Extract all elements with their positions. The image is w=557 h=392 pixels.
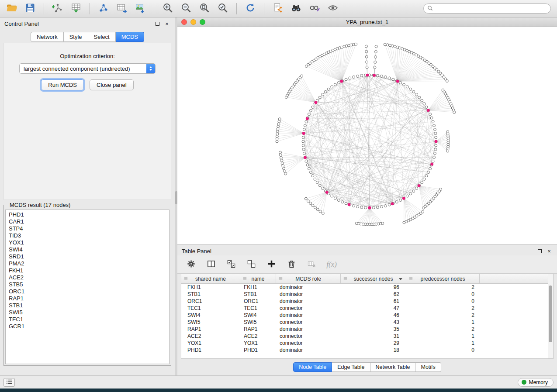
network-node[interactable] — [302, 144, 304, 147]
network-hub-node[interactable] — [430, 163, 433, 166]
network-leaf-node[interactable] — [280, 159, 283, 162]
task-history-button[interactable] — [3, 378, 15, 387]
table-row[interactable]: ORC1ORC1dominator610 — [181, 298, 553, 305]
mcds-result-list[interactable]: PHD1CAR1STP4TID3YOX1SWI4SRD1PMA2FKH1ACE2… — [5, 210, 170, 364]
network-leaf-node[interactable] — [398, 47, 401, 49]
table-row[interactable]: SWI5SWI5connector431 — [181, 319, 553, 326]
column-header-predecessor-nodes[interactable]: predecessor nodes — [406, 274, 480, 283]
mcds-result-item[interactable]: SWI5 — [9, 309, 169, 316]
network-node[interactable] — [324, 90, 327, 93]
mcds-result-item[interactable]: ACE2 — [9, 274, 169, 281]
network-leaf-node[interactable] — [314, 206, 317, 209]
network-node[interactable] — [364, 206, 367, 209]
table-row[interactable]: PHD1PHD1dominator180 — [181, 347, 553, 354]
network-node[interactable] — [304, 124, 306, 127]
network-node[interactable] — [337, 199, 340, 202]
network-node[interactable] — [434, 152, 436, 155]
network-node[interactable] — [309, 171, 312, 174]
column-header-MCDS-role[interactable]: MCDS role — [276, 274, 341, 283]
table-row[interactable]: TEC1TEC1connector472 — [181, 305, 553, 312]
network-leaf-node[interactable] — [365, 55, 368, 58]
network-hub-node[interactable] — [306, 117, 309, 120]
table-row[interactable]: ACE2ACE2connector311 — [181, 333, 553, 340]
network-node[interactable] — [376, 206, 379, 209]
mcds-result-item[interactable]: YOX1 — [9, 239, 169, 246]
network-node[interactable] — [425, 175, 428, 177]
network-node[interactable] — [309, 109, 312, 112]
network-node[interactable] — [409, 193, 412, 195]
network-leaf-node[interactable] — [280, 157, 282, 159]
close-panel-action-button[interactable]: Close panel — [90, 79, 134, 90]
network-node[interactable] — [403, 83, 405, 86]
add-column-button[interactable] — [266, 259, 277, 270]
network-hub-node[interactable] — [373, 74, 376, 77]
network-node[interactable] — [360, 206, 363, 209]
network-node[interactable] — [356, 75, 359, 78]
network-node[interactable] — [372, 206, 375, 209]
network-node[interactable] — [331, 86, 333, 88]
function-builder-button[interactable]: f(x) — [326, 259, 337, 270]
network-node[interactable] — [349, 77, 351, 79]
network-node[interactable] — [406, 195, 408, 197]
network-leaf-node[interactable] — [307, 200, 309, 203]
network-node[interactable] — [409, 88, 412, 90]
search-box[interactable] — [423, 3, 551, 14]
network-node[interactable] — [423, 178, 426, 180]
network-leaf-node[interactable] — [322, 212, 324, 214]
network-node[interactable] — [302, 148, 305, 151]
network-node[interactable] — [380, 206, 383, 208]
delete-column-button[interactable] — [286, 259, 297, 270]
tab-style[interactable]: Style — [64, 32, 88, 42]
network-node[interactable] — [318, 184, 321, 187]
network-leaf-node[interactable] — [276, 138, 278, 140]
network-node[interactable] — [433, 124, 436, 127]
network-node[interactable] — [384, 76, 387, 78]
network-leaf-node[interactable] — [276, 140, 278, 143]
network-hub-node[interactable] — [396, 80, 399, 83]
network-leaf-node[interactable] — [374, 56, 377, 58]
table-row[interactable]: FKH1FKH1dominator962 — [181, 284, 553, 291]
network-leaf-node[interactable] — [284, 172, 287, 175]
network-node[interactable] — [412, 190, 415, 193]
mcds-result-item[interactable]: ORC1 — [9, 288, 169, 295]
network-hub-node[interactable] — [427, 109, 430, 112]
network-leaf-node[interactable] — [276, 133, 279, 135]
window-minimize-icon[interactable] — [190, 19, 196, 25]
network-node[interactable] — [353, 76, 355, 78]
criterion-dropdown[interactable]: largest connected component (undirected) — [19, 63, 156, 74]
network-node[interactable] — [399, 199, 402, 202]
export-document-button[interactable] — [270, 2, 286, 16]
network-node[interactable] — [418, 96, 421, 99]
save-session-button[interactable] — [22, 2, 38, 16]
table-scrollbar[interactable] — [548, 274, 553, 358]
new-network-button[interactable] — [95, 2, 112, 16]
network-node[interactable] — [380, 75, 383, 78]
network-node[interactable] — [322, 187, 324, 190]
network-node[interactable] — [334, 197, 336, 199]
column-header-successor-nodes[interactable]: successor nodes — [341, 274, 406, 283]
table-row[interactable]: SWI4SWI4dominator462 — [181, 312, 553, 319]
network-leaf-node[interactable] — [316, 208, 319, 211]
import-network-button[interactable] — [49, 2, 66, 16]
mcds-result-item[interactable]: SRD1 — [9, 253, 169, 260]
network-node[interactable] — [388, 203, 391, 206]
export-table-button[interactable] — [114, 2, 130, 16]
network-node[interactable] — [435, 144, 437, 147]
network-node[interactable] — [303, 152, 306, 155]
mcds-result-item[interactable]: RAP1 — [9, 295, 169, 302]
show-columns-button[interactable] — [205, 259, 217, 270]
network-leaf-node[interactable] — [309, 202, 312, 205]
network-node[interactable] — [412, 90, 415, 93]
network-node[interactable] — [308, 167, 310, 170]
network-node[interactable] — [432, 120, 434, 123]
network-leaf-node[interactable] — [366, 61, 368, 63]
network-node[interactable] — [331, 195, 333, 197]
tab-network[interactable]: Network — [31, 32, 64, 42]
clear-table-button[interactable] — [306, 259, 317, 270]
float-panel-button[interactable] — [154, 20, 161, 27]
network-node[interactable] — [302, 140, 304, 143]
mcds-result-item[interactable]: CAR1 — [9, 218, 169, 225]
network-node[interactable] — [434, 128, 436, 131]
network-hub-node[interactable] — [340, 80, 343, 83]
network-hub-node[interactable] — [366, 74, 369, 77]
